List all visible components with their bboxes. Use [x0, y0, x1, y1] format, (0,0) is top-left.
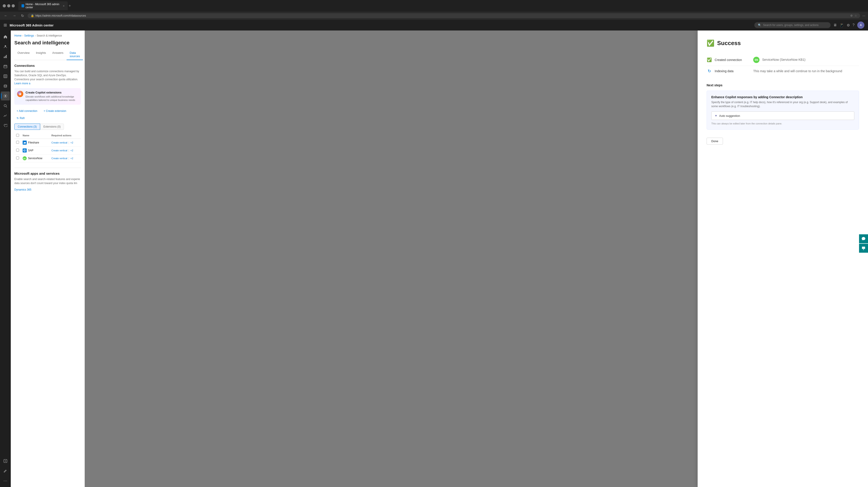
- row-name-cell: SN ServiceNow: [21, 154, 50, 162]
- svg-point-14: [4, 104, 6, 107]
- sidebar-item-database[interactable]: [1, 82, 10, 91]
- row-checkbox-cell: [14, 146, 21, 154]
- sidebar-item-edit[interactable]: [1, 466, 10, 475]
- tab-overview[interactable]: Overview: [14, 49, 33, 60]
- top-nav: ⊞ Microsoft 365 Admin center 🔍 Search fo…: [0, 20, 868, 30]
- address-bar[interactable]: 🔒 https://admin.microsoft.com/#/datasour…: [28, 13, 860, 18]
- tab-insights[interactable]: Insights: [33, 49, 49, 60]
- progress-value-indexing: This may take a while and will continue …: [753, 69, 842, 73]
- copilot-banner: Create Copilot extensions Elevate workfl…: [14, 88, 81, 105]
- floating-chat-button[interactable]: [859, 234, 868, 243]
- progress-spinning-icon: ↻: [707, 69, 712, 73]
- forward-button[interactable]: →: [11, 13, 18, 18]
- close-window-button[interactable]: [12, 4, 15, 7]
- sub-tab-extensions[interactable]: Extensions (0): [40, 124, 64, 130]
- progress-done-icon: ✅: [707, 57, 712, 62]
- main-area: ⋯ Home › Settings › Search & intelligenc…: [0, 30, 868, 487]
- more-actions-1[interactable]: +2: [70, 149, 73, 152]
- floating-buttons: [859, 234, 868, 253]
- edit-note: This can always be edited later from the…: [711, 122, 854, 125]
- connections-title: Connections: [14, 64, 81, 67]
- help-icon[interactable]: ?: [852, 23, 855, 27]
- tab-data-sources[interactable]: Data sources: [67, 49, 83, 60]
- sidebar-item-heart[interactable]: [1, 121, 10, 130]
- breadcrumb-home[interactable]: Home: [14, 34, 22, 37]
- auto-suggestion-icon: ✦: [715, 114, 717, 118]
- auto-suggestion-box[interactable]: ✦ Auto suggestion: [711, 112, 854, 120]
- row-name: SAP: [28, 149, 33, 152]
- sidebar-item-calendar[interactable]: [1, 62, 10, 71]
- sidebar-item-graph[interactable]: [1, 111, 10, 120]
- success-title: Success: [717, 40, 741, 47]
- browser-tab-bar: Home - Microsoft 365 admin center ✕ +: [19, 1, 864, 10]
- success-icon: ✅: [707, 39, 714, 47]
- settings-icon[interactable]: ⚙: [847, 23, 850, 27]
- right-panel: ✅ Success ✅ Created connection SN Servic…: [85, 30, 868, 487]
- more-actions-0[interactable]: +2: [70, 141, 73, 144]
- extensions-icon: ⚙: [850, 14, 853, 17]
- learn-more-link[interactable]: Learn more a: [14, 82, 30, 85]
- new-tab-button[interactable]: +: [69, 4, 71, 8]
- add-connection-button[interactable]: + Add connection: [14, 108, 39, 114]
- lock-icon: 🔒: [31, 14, 34, 17]
- copilot-banner-desc: Elevate workflows with additional knowle…: [26, 95, 78, 102]
- app-grid-icon[interactable]: ⊞: [4, 23, 7, 28]
- create-extension-button[interactable]: + Create extension: [41, 108, 68, 114]
- row-checkbox[interactable]: [16, 141, 19, 144]
- sidebar-item-settings[interactable]: [1, 91, 10, 100]
- create-vertical-link-2[interactable]: Create vertical: [51, 157, 67, 160]
- floating-feedback-button[interactable]: [859, 244, 868, 253]
- tab-answers[interactable]: Answers: [49, 49, 67, 60]
- dynamics-365-link[interactable]: Dynamics 365: [14, 188, 31, 191]
- row-action-cell: Create vertical | +2: [50, 139, 81, 146]
- svg-rect-4: [4, 65, 7, 68]
- select-all-checkbox[interactable]: [16, 134, 19, 137]
- sidebar-item-analytics[interactable]: [1, 52, 10, 61]
- refresh-button[interactable]: ↻ Refr: [14, 116, 27, 121]
- maximize-button[interactable]: [7, 4, 10, 7]
- browser-menu-icon[interactable]: ⋯: [862, 14, 865, 18]
- left-panel: Home › Settings › Search & intelligence …: [11, 30, 85, 487]
- create-vertical-link-1[interactable]: Create vertical: [51, 149, 67, 152]
- user-avatar[interactable]: A: [857, 22, 864, 29]
- minimize-button[interactable]: [3, 4, 6, 7]
- tab-close-button[interactable]: ✕: [63, 5, 65, 7]
- copilot-icon: [17, 91, 23, 97]
- more-actions-2[interactable]: +2: [70, 157, 73, 160]
- svg-rect-1: [4, 57, 4, 58]
- row-checkbox-cell: [14, 139, 21, 146]
- global-search-bar[interactable]: 🔍 Search for users, groups, settings, an…: [754, 22, 831, 28]
- sidebar-item-table[interactable]: [1, 72, 10, 81]
- row-checkbox[interactable]: [16, 149, 19, 152]
- breadcrumb-settings[interactable]: Settings: [24, 34, 34, 37]
- sidebar-item-search[interactable]: [1, 101, 10, 110]
- top-nav-icons: 🖥 📱 ⚙ ? A: [833, 22, 864, 29]
- fileshare-icon: [23, 141, 27, 145]
- browser-tab-active[interactable]: Home - Microsoft 365 admin center ✕: [19, 1, 68, 10]
- refresh-button[interactable]: ↻: [20, 13, 25, 19]
- sidebar-item-home[interactable]: [1, 32, 10, 41]
- done-button[interactable]: Done: [707, 138, 723, 145]
- tab-title: Home - Microsoft 365 admin center: [26, 3, 61, 9]
- next-steps-label: Next steps: [707, 83, 859, 87]
- sidebar-item-more[interactable]: ⋯: [1, 476, 10, 485]
- enhance-title: Enhance Copilot responses by adding Conn…: [711, 95, 854, 99]
- svg-line-15: [6, 106, 7, 108]
- row-checkbox[interactable]: [16, 156, 19, 159]
- sidebar-item-users[interactable]: [1, 42, 10, 51]
- sidebar-item-extensions[interactable]: [1, 457, 10, 465]
- back-button[interactable]: ←: [3, 13, 9, 18]
- row-name: Fileshare: [28, 141, 39, 144]
- svg-point-17: [5, 460, 6, 461]
- monitor-icon[interactable]: 🖥: [833, 23, 837, 27]
- table-header-checkbox: [14, 132, 21, 139]
- main-tabs: Overview Insights Answers Data sources: [14, 49, 81, 60]
- refresh-icon: ↻: [17, 117, 19, 120]
- success-header: ✅ Success: [707, 39, 859, 47]
- sub-tab-connections[interactable]: Connections (3): [14, 124, 40, 130]
- modal-panel: ✅ Success ✅ Created connection SN Servic…: [698, 30, 868, 487]
- table-row: Fileshare Create vertical | +2: [14, 139, 81, 146]
- mobile-icon[interactable]: 📱: [840, 23, 844, 27]
- address-bar-row: ← → ↻ 🔒 https://admin.microsoft.com/#/da…: [0, 12, 868, 20]
- create-vertical-link-0[interactable]: Create vertical: [51, 141, 67, 144]
